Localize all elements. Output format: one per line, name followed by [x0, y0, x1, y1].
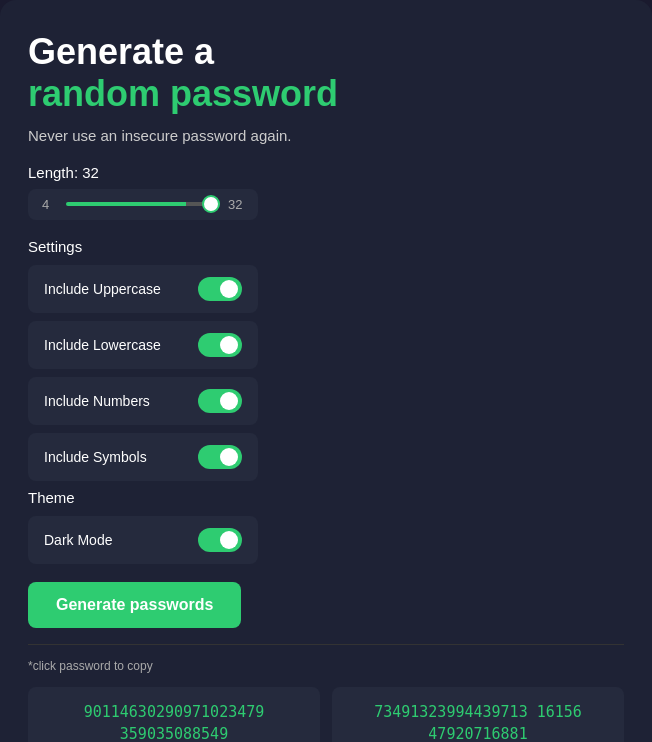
slider-max: 32 — [228, 197, 244, 212]
passwords-grid: 90114630290971023479 359035088549 734913… — [28, 687, 624, 742]
length-slider[interactable] — [66, 202, 220, 206]
page-title-main: Generate a random password — [28, 32, 624, 115]
password-2-line2: 47920716881 — [428, 725, 527, 742]
click-hint: *click password to copy — [28, 659, 624, 673]
password-card-2[interactable]: 73491323994439713 16156 47920716881 — [332, 687, 624, 742]
toggle-symbols[interactable] — [198, 445, 242, 469]
page-subtitle: Never use an insecure password again. — [28, 127, 624, 144]
toggle-row-numbers: Include Numbers — [28, 377, 258, 425]
page-title-accent: random password — [28, 72, 624, 115]
toggle-numbers[interactable] — [198, 389, 242, 413]
length-label: Length: 32 — [28, 164, 624, 181]
slider-min: 4 — [42, 197, 58, 212]
toggle-label-symbols: Include Symbols — [44, 449, 147, 465]
toggle-label-darkmode: Dark Mode — [44, 532, 112, 548]
toggle-row-darkmode: Dark Mode — [28, 516, 258, 564]
toggle-row-uppercase: Include Uppercase — [28, 265, 258, 313]
toggle-lowercase[interactable] — [198, 333, 242, 357]
settings-label: Settings — [28, 238, 624, 255]
length-value: 32 — [82, 164, 99, 181]
divider — [28, 644, 624, 645]
toggle-label-uppercase: Include Uppercase — [44, 281, 161, 297]
slider-container: 4 32 — [28, 189, 258, 220]
toggle-label-numbers: Include Numbers — [44, 393, 150, 409]
toggle-row-lowercase: Include Lowercase — [28, 321, 258, 369]
generate-button[interactable]: Generate passwords — [28, 582, 241, 628]
toggle-row-symbols: Include Symbols — [28, 433, 258, 481]
app-container: Generate a random password Never use an … — [0, 0, 652, 742]
theme-label: Theme — [28, 489, 624, 506]
toggle-darkmode[interactable] — [198, 528, 242, 552]
toggle-label-lowercase: Include Lowercase — [44, 337, 161, 353]
password-2-line1: 73491323994439713 16156 — [374, 703, 582, 721]
toggle-uppercase[interactable] — [198, 277, 242, 301]
length-section: Length: 32 4 32 — [28, 164, 624, 220]
password-1-line1: 90114630290971023479 — [84, 703, 265, 721]
password-card-1[interactable]: 90114630290971023479 359035088549 — [28, 687, 320, 742]
password-1-line2: 359035088549 — [120, 725, 228, 742]
